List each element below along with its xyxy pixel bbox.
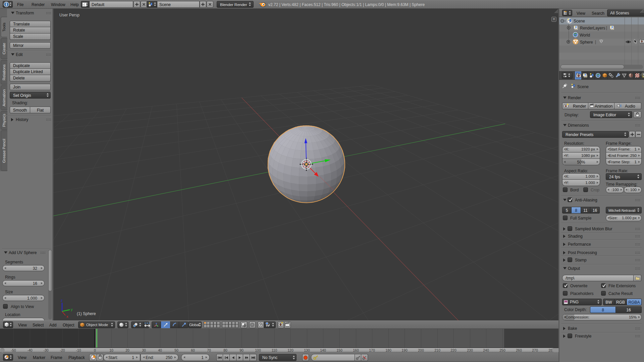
svg-text:x: x — [66, 314, 68, 318]
svg-text:y: y — [71, 307, 73, 311]
svg-text:z: z — [61, 298, 63, 302]
